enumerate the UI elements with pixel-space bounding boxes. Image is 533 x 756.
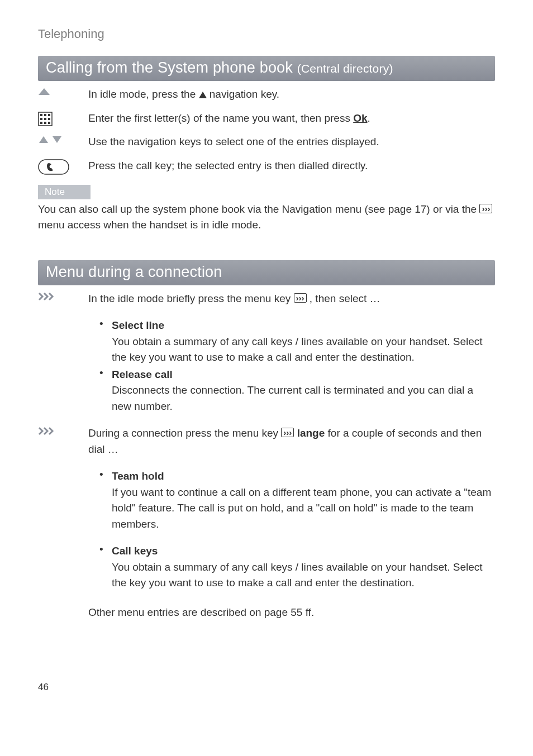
- step-1-a: In idle mode, press the: [88, 88, 199, 100]
- step-2-text: Enter the first letter(s) of the name yo…: [88, 111, 495, 127]
- menu-key-icon-2: ›››: [294, 293, 307, 303]
- svg-rect-9: [40, 122, 42, 124]
- step-2-c: .: [368, 112, 370, 124]
- menu-intro-1a: In the idle mode briefly press the menu …: [88, 293, 294, 304]
- svg-rect-14: [39, 160, 69, 174]
- bullet-call-keys-desc: You obtain a summary of any call keys / …: [112, 559, 495, 591]
- bullet-release-call-title: Release call: [112, 367, 495, 383]
- bullet-team-hold-desc: If you want to continue a call on a diff…: [112, 485, 495, 533]
- step-2-ok: Ok: [353, 112, 367, 124]
- step-2-a: Enter the first letter(s) of the name yo…: [88, 112, 353, 124]
- section-calling-title: Calling from the System phone book: [46, 59, 297, 76]
- note-a: You can also call up the system phone bo…: [38, 203, 479, 215]
- step-3-text: Use the navigation keys to select one of…: [88, 134, 495, 150]
- step-1-b: navigation key.: [207, 88, 280, 100]
- svg-marker-0: [39, 88, 50, 95]
- step-1-text: In idle mode, press the navigation key.: [88, 87, 495, 103]
- step-4-text: Press the call key; the selected entry i…: [88, 158, 495, 174]
- bullet-select-line-title: Select line: [112, 318, 495, 334]
- svg-rect-7: [44, 118, 46, 120]
- bullet-call-keys-title: Call keys: [112, 543, 495, 559]
- svg-rect-10: [44, 122, 46, 124]
- bullet-dot: •: [99, 468, 112, 532]
- svg-rect-5: [48, 114, 50, 116]
- menu-key-icon: ›››: [479, 204, 492, 213]
- bullet-dot: •: [99, 543, 112, 591]
- keypad-icon: [38, 111, 88, 126]
- bullet-release-call: Release call Disconnects the connection.…: [112, 367, 495, 415]
- svg-rect-4: [44, 114, 46, 116]
- svg-marker-12: [39, 136, 48, 143]
- menu-intro-2: During a connection press the menu key ›…: [88, 425, 495, 457]
- bullet-team-hold: Team hold If you want to continue a call…: [112, 468, 495, 532]
- bullet-call-keys: Call keys You obtain a summary of any ca…: [112, 543, 495, 591]
- svg-rect-3: [40, 114, 42, 116]
- svg-marker-1: [199, 92, 207, 98]
- svg-marker-13: [53, 136, 61, 143]
- svg-rect-8: [48, 118, 50, 120]
- other-entries-text: Other menu entries are described on page…: [88, 605, 495, 621]
- section-menu-header: Menu during a connection: [38, 260, 495, 285]
- bullet-select-line: Select line You obtain a summary of any …: [112, 318, 495, 366]
- svg-rect-6: [40, 118, 42, 120]
- bullet-select-line-desc: You obtain a summary of any call keys / …: [112, 334, 495, 366]
- bullet-release-call-desc: Disconnects the connection. The current …: [112, 382, 495, 414]
- page-number: 46: [38, 682, 495, 693]
- bullet-team-hold-title: Team hold: [112, 468, 495, 485]
- call-key-icon: [38, 158, 88, 175]
- section-calling-header: Calling from the System phone book (Cent…: [38, 56, 495, 81]
- menu-intro-2b: lange: [294, 427, 325, 439]
- bullet-dot: •: [99, 367, 112, 415]
- note-label: Note: [38, 185, 91, 199]
- note-b: menu access when the handset is in idle …: [38, 219, 261, 231]
- menu-intro-2a: During a connection press the menu key: [88, 427, 281, 439]
- note-text: You can also call up the system phone bo…: [38, 202, 495, 233]
- menu-intro-1: In the idle mode briefly press the menu …: [88, 291, 495, 307]
- bullet-dot: •: [99, 318, 112, 366]
- section-calling-sub: (Central directory): [297, 62, 393, 75]
- up-nav-icon: [38, 87, 88, 95]
- menu-key-icon-3: ›››: [281, 428, 294, 437]
- svg-rect-11: [48, 122, 50, 124]
- page-header: Telephoning: [38, 27, 495, 41]
- chevrons-icon: [38, 425, 88, 436]
- chevrons-icon: [38, 291, 88, 301]
- menu-intro-1b: , then select …: [307, 293, 380, 304]
- up-down-nav-icon: [38, 134, 88, 144]
